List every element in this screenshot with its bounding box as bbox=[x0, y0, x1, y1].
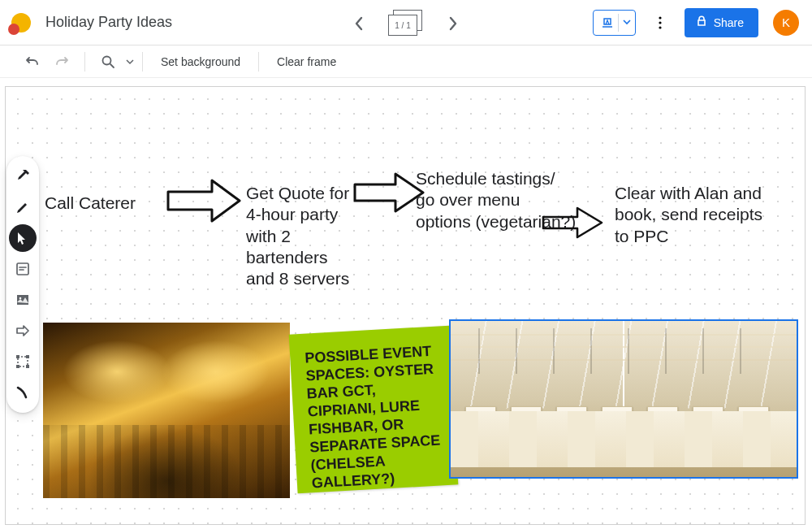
svg-rect-8 bbox=[16, 355, 19, 358]
note-tool-icon[interactable] bbox=[9, 255, 37, 283]
redo-button[interactable] bbox=[47, 47, 76, 76]
marker-tool-icon[interactable] bbox=[9, 193, 37, 221]
eyedropper-tool-icon[interactable] bbox=[9, 163, 37, 190]
svg-point-3 bbox=[103, 56, 111, 64]
prev-frame-button[interactable] bbox=[349, 14, 369, 33]
laser-tool-icon[interactable] bbox=[9, 379, 37, 406]
svg-rect-11 bbox=[26, 365, 29, 368]
toolbar-separator bbox=[142, 52, 143, 72]
toolbar-separator bbox=[258, 52, 259, 72]
present-dropdown-icon[interactable] bbox=[622, 15, 632, 30]
svg-rect-4 bbox=[17, 263, 28, 275]
image-tool-icon[interactable] bbox=[9, 286, 37, 314]
share-button-label: Share bbox=[714, 16, 744, 29]
clear-frame-button[interactable]: Clear frame bbox=[267, 55, 346, 68]
tool-palette bbox=[6, 156, 39, 413]
frame-indicator-text: 1 / 1 bbox=[395, 21, 410, 30]
arrow-icon[interactable] bbox=[165, 176, 243, 226]
flow-step-2[interactable]: Get Quote for 4-hour party with 2 barten… bbox=[246, 183, 360, 289]
svg-rect-9 bbox=[26, 355, 29, 358]
present-icon bbox=[600, 15, 615, 30]
toolbar-separator bbox=[84, 52, 85, 72]
secondary-toolbar: Set background Clear frame bbox=[0, 46, 812, 78]
sticky-note-text: POSSIBLE EVENT SPACES: OYSTER BAR GCT, C… bbox=[304, 343, 441, 491]
shape-tool-icon[interactable] bbox=[9, 317, 37, 345]
canvas[interactable]: Call Caterer Get Quote for 4-hour party … bbox=[5, 86, 806, 525]
zoom-dropdown-icon[interactable] bbox=[126, 55, 134, 68]
sticky-note[interactable]: POSSIBLE EVENT SPACES: OYSTER BAR GCT, C… bbox=[289, 326, 459, 494]
svg-rect-10 bbox=[16, 365, 19, 368]
account-avatar[interactable]: K bbox=[773, 10, 799, 36]
avatar-initial: K bbox=[782, 15, 790, 29]
share-button[interactable]: Share bbox=[685, 8, 758, 37]
frame-nav: 1 / 1 bbox=[349, 10, 463, 37]
svg-point-2 bbox=[659, 26, 661, 28]
zoom-control[interactable] bbox=[93, 47, 134, 76]
canvas-viewport[interactable]: Call Caterer Get Quote for 4-hour party … bbox=[0, 78, 812, 529]
flow-step-1[interactable]: Call Caterer bbox=[45, 193, 166, 214]
set-background-button[interactable]: Set background bbox=[151, 55, 250, 68]
canvas-image-venue1[interactable] bbox=[43, 323, 290, 498]
next-frame-button[interactable] bbox=[443, 14, 463, 33]
svg-point-0 bbox=[659, 16, 661, 19]
present-button[interactable] bbox=[593, 10, 636, 36]
arrow-icon[interactable] bbox=[540, 204, 605, 241]
app-logo-icon bbox=[8, 10, 34, 36]
svg-point-1 bbox=[659, 21, 661, 24]
lock-icon bbox=[696, 15, 707, 29]
svg-rect-5 bbox=[17, 295, 28, 305]
document-title[interactable]: Holiday Party Ideas bbox=[45, 14, 172, 31]
canvas-image-venue2[interactable] bbox=[451, 321, 797, 477]
frame-tool-icon[interactable] bbox=[9, 348, 37, 375]
app-header: Holiday Party Ideas 1 / 1 bbox=[0, 0, 812, 46]
frame-indicator[interactable]: 1 / 1 bbox=[388, 10, 424, 37]
zoom-icon bbox=[93, 47, 123, 76]
select-tool-icon[interactable] bbox=[9, 224, 37, 252]
svg-point-6 bbox=[19, 297, 22, 300]
undo-button[interactable] bbox=[18, 47, 47, 76]
more-menu-button[interactable] bbox=[650, 13, 670, 33]
flow-step-4[interactable]: Clear with Alan and book, send receipts … bbox=[615, 183, 777, 247]
